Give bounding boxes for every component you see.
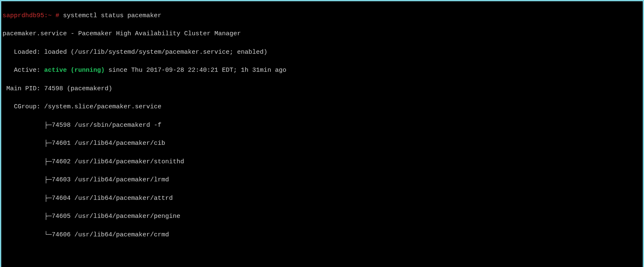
- main-pid: Main PID: 74598 (pacemakerd): [3, 84, 641, 94]
- cgroup-label: CGroup: /system.slice/pacemaker.service: [3, 102, 641, 112]
- cgroup-tree-item: ├─74602 /usr/lib64/pacemaker/stonithd: [3, 157, 641, 167]
- active-since: since Thu 2017-09-28 22:40:21 EDT; 1h 31…: [105, 67, 286, 74]
- service-loaded: Loaded: loaded (/usr/lib/systemd/system/…: [3, 48, 641, 57]
- prompt-hash: #: [55, 12, 63, 19]
- active-status: active (running): [44, 67, 105, 74]
- blank-line: [3, 249, 641, 258]
- service-active-line: Active: active (running) since Thu 2017-…: [3, 66, 641, 75]
- service-header: pacemaker.service - Pacemaker High Avail…: [3, 29, 641, 39]
- prompt-hostname: sapprdhdb95:~: [3, 12, 55, 19]
- cgroup-tree-item: ├─74601 /usr/lib64/pacemaker/cib: [3, 139, 641, 148]
- cgroup-tree-item: ├─74603 /usr/lib64/pacemaker/lrmd: [3, 175, 641, 185]
- cgroup-tree-item: ├─74605 /usr/lib64/pacemaker/pengine: [3, 212, 641, 221]
- cgroup-tree-item: ├─74598 /usr/sbin/pacemakerd -f: [3, 121, 641, 130]
- active-label: Active:: [3, 67, 44, 74]
- cgroup-tree-item: ├─74604 /usr/lib64/pacemaker/attrd: [3, 194, 641, 203]
- terminal-window[interactable]: sapprdhdb95:~ # systemctl status pacemak…: [1, 1, 643, 267]
- command-text: systemctl status pacemaker: [63, 12, 161, 19]
- cgroup-tree-item: └─74606 /usr/lib64/pacemaker/crmd: [3, 230, 641, 240]
- prompt-line-1: sapprdhdb95:~ # systemctl status pacemak…: [3, 11, 641, 21]
